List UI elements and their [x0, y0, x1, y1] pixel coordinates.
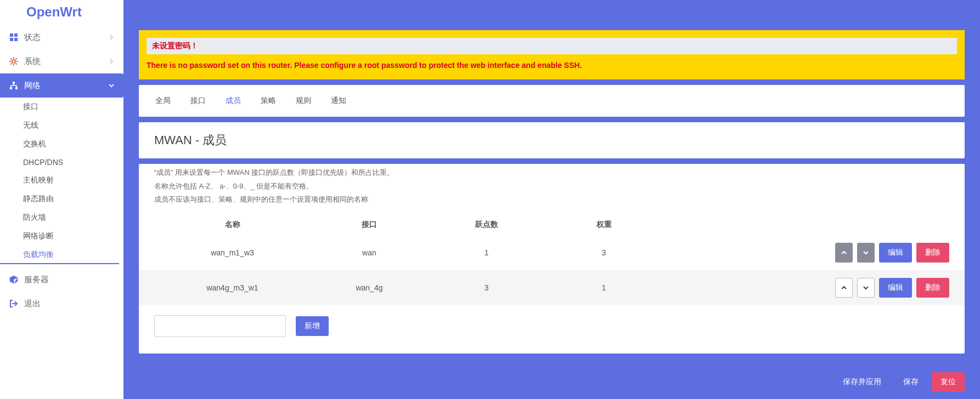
sidebar-item-label: 状态: [24, 32, 41, 43]
tab-5[interactable]: 通知: [321, 88, 356, 113]
col-name: 名称: [154, 220, 311, 230]
svg-rect-15: [15, 87, 18, 89]
sidebar-sub-item[interactable]: 负载均衡: [0, 246, 119, 264]
sidebar-item-label: 网络: [24, 81, 41, 91]
save-apply-button[interactable]: 保存并应用: [834, 372, 890, 392]
cell-iface: wan_4g: [311, 283, 428, 292]
save-button[interactable]: 保存: [894, 372, 927, 392]
svg-line-9: [10, 58, 12, 59]
sidebar-sub-item[interactable]: DHCP/DNS: [0, 153, 123, 171]
tab-0[interactable]: 全局: [145, 88, 181, 113]
logo: OpenWrt: [0, 0, 123, 25]
sidebar-item-gear[interactable]: 系统: [0, 49, 123, 73]
sitemap-icon: [9, 81, 19, 90]
grid-icon: [9, 32, 19, 42]
cell-name: wan_m1_w3: [154, 248, 311, 257]
svg-rect-2: [10, 38, 13, 41]
warning-banner: 未设置密码！ There is no password set on this …: [139, 30, 965, 79]
edit-button[interactable]: 编辑: [879, 278, 912, 298]
exit-icon: [9, 299, 19, 309]
sidebar-item-cube[interactable]: 服务器: [0, 267, 123, 292]
warning-body: There is no password set on this router.…: [147, 61, 957, 70]
sidebar-item-exit[interactable]: 退出: [0, 292, 123, 316]
sidebar-item-label: 系统: [24, 56, 41, 67]
chevron-down-icon: [108, 82, 115, 89]
subtabs: 全局接口成员策略规则通知: [139, 85, 965, 117]
chevron-up-icon: [841, 249, 847, 256]
cell-metric: 3: [428, 283, 545, 292]
add-name-input[interactable]: [154, 315, 286, 337]
cell-iface: wan: [311, 248, 428, 257]
cell-metric: 1: [428, 248, 545, 257]
col-weight: 权重: [545, 220, 663, 230]
sidebar-sub-item[interactable]: 无线: [0, 116, 123, 135]
chevron-right-icon: [108, 34, 115, 41]
description: “成员” 用来设置每一个 MWAN 接口的跃点数（即接口优先级）和所占比重。 名…: [139, 164, 965, 214]
svg-line-12: [16, 58, 17, 59]
table-row: wan_m1_w3wan13编辑删除: [139, 235, 965, 270]
svg-rect-0: [10, 33, 13, 37]
sidebar-item-label: 服务器: [24, 275, 49, 285]
sidebar-item-label: 退出: [24, 299, 41, 309]
delete-button[interactable]: 删除: [916, 243, 949, 263]
svg-line-10: [16, 64, 17, 65]
tab-2[interactable]: 成员: [216, 88, 251, 113]
sidebar-sub-item[interactable]: 网络诊断: [0, 227, 123, 246]
page-title: MWAN - 成员: [139, 122, 965, 158]
col-iface: 接口: [311, 220, 428, 230]
tab-4[interactable]: 规则: [286, 88, 321, 113]
tab-1[interactable]: 接口: [181, 88, 216, 113]
move-up-button[interactable]: [835, 278, 853, 298]
cell-weight: 3: [545, 248, 663, 257]
delete-button[interactable]: 删除: [916, 278, 949, 298]
cube-icon: [9, 275, 19, 284]
sidebar-item-sitemap[interactable]: 网络: [0, 73, 123, 98]
reset-button[interactable]: 复位: [932, 372, 965, 392]
warning-title: 未设置密码！: [147, 38, 957, 54]
chevron-up-icon: [841, 284, 847, 291]
svg-line-11: [10, 64, 12, 65]
sidebar-item-grid[interactable]: 状态: [0, 25, 123, 49]
col-metric: 跃点数: [428, 220, 545, 230]
svg-rect-13: [13, 82, 15, 84]
table-row: wan4g_m3_w1wan_4g31编辑删除: [139, 270, 965, 305]
sidebar-sub-item[interactable]: 交换机: [0, 135, 123, 153]
chevron-down-icon: [863, 284, 869, 291]
add-button[interactable]: 新增: [296, 316, 329, 336]
sidebar-sub-item[interactable]: 接口: [0, 98, 123, 116]
sidebar-sub-item[interactable]: 主机映射: [0, 171, 123, 190]
cell-name: wan4g_m3_w1: [154, 283, 311, 292]
svg-point-4: [12, 60, 15, 63]
cell-weight: 1: [545, 283, 663, 292]
chevron-right-icon: [108, 58, 115, 65]
chevron-down-icon: [863, 249, 869, 256]
svg-rect-1: [14, 33, 18, 37]
move-up-button[interactable]: [835, 243, 853, 263]
move-down-button[interactable]: [857, 278, 875, 298]
sidebar-sub-item[interactable]: 防火墙: [0, 208, 123, 227]
svg-rect-3: [14, 38, 18, 41]
sidebar-sub-item[interactable]: 静态路由: [0, 190, 123, 208]
edit-button[interactable]: 编辑: [879, 243, 912, 263]
tab-3[interactable]: 策略: [251, 88, 286, 113]
move-down-button[interactable]: [857, 243, 875, 263]
svg-rect-14: [10, 87, 12, 89]
gear-icon: [9, 56, 19, 66]
